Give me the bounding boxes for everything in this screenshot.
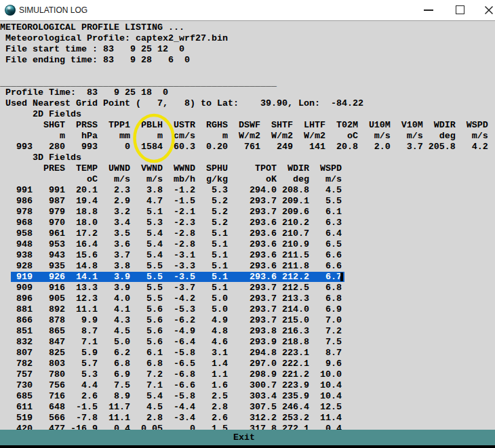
log-line: 986 987 19.4 2.9 4.7 -1.5 5.2 293.7 209.… xyxy=(0,196,488,207)
log-line: 993 280 993 0 1584 60.3 0.20 761 249 141… xyxy=(0,142,488,152)
exit-button[interactable]: Exit xyxy=(0,430,495,445)
maximize-button[interactable] xyxy=(450,0,473,20)
window-bottom-edge xyxy=(0,445,495,448)
title-bar: SIMULATION LOG xyxy=(0,0,495,21)
log-line: 730 756 4.4 7.5 7.1 -6.6 1.6 300.7 223.9… xyxy=(0,380,488,391)
log-line: 611 648 -1.5 11.7 4.5 -4.4 2.8 307.5 246… xyxy=(0,402,488,413)
log-line: 807 825 5.9 6.2 6.1 -5.8 3.1 294.8 223.1… xyxy=(0,348,488,359)
log-line: 3D Fields xyxy=(0,152,488,163)
minimize-icon xyxy=(424,9,433,11)
log-line xyxy=(0,66,488,77)
app-globe-icon xyxy=(5,5,16,16)
log-line: 2D Fields xyxy=(0,109,488,120)
text-caret xyxy=(340,272,343,281)
log-line: 909 916 13.3 3.9 5.5 -3.7 5.1 293.7 212.… xyxy=(0,283,488,293)
minimize-button[interactable] xyxy=(418,0,441,20)
log-line: oC m/s m/s mb/h g/kg oK deg m/s xyxy=(0,174,488,185)
log-line: 757 780 5.3 6.9 7.2 -6.8 1.1 298.9 221.2… xyxy=(0,369,488,380)
log-line: m hPa mm m cm/s m W/m2 W/m2 W/m2 oC m/s … xyxy=(0,131,488,142)
log-line: File start time : 83 9 25 12 0 xyxy=(0,44,488,55)
log-line: PRES TEMP UWND VWND WWND SPHU TPOT WDIR … xyxy=(0,163,488,174)
simulation-log-text[interactable]: METEOROLOGICAL PROFILE LISTING ... Meteo… xyxy=(0,22,488,434)
close-icon xyxy=(483,5,494,16)
log-line: 896 905 12.3 4.0 5.5 -4.2 5.0 293.7 213.… xyxy=(0,293,488,304)
window-title: SIMULATION LOG xyxy=(19,0,87,20)
log-line: 958 961 17.2 3.5 5.4 -2.8 5.1 293.6 210.… xyxy=(0,228,488,239)
close-button[interactable] xyxy=(478,0,495,20)
log-line: 685 716 2.6 8.9 5.4 -5.8 2.5 303.4 235.9… xyxy=(0,391,488,402)
log-line: 968 970 18.0 3.4 5.3 -2.3 5.2 293.6 210.… xyxy=(0,218,488,228)
log-line: 881 892 11.1 4.1 5.6 -5.3 5.0 293.7 214.… xyxy=(0,304,488,315)
log-line: 978 979 18.8 3.2 5.1 -2.1 5.2 293.7 209.… xyxy=(0,207,488,218)
log-line: File ending time: 83 9 28 6 0 xyxy=(0,55,488,66)
log-line: 519 566 -7.8 11.1 2.8 -3.4 2.6 312.2 253… xyxy=(0,413,488,424)
log-line: 938 943 15.6 3.7 5.4 -3.1 5.1 293.6 211.… xyxy=(0,250,488,261)
log-line: METEOROLOGICAL PROFILE LISTING ... xyxy=(0,22,488,33)
log-line: 928 935 14.8 3.8 5.5 -3.3 5.1 293.6 211.… xyxy=(0,261,488,272)
log-line: 948 953 16.4 3.6 5.4 -2.8 5.1 293.6 210.… xyxy=(0,239,488,250)
log-line: 851 865 8.7 4.5 5.6 -4.9 4.8 293.8 216.3… xyxy=(0,326,488,337)
log-line: Meteorological Profile: captex2_wrf27.bi… xyxy=(0,33,488,44)
log-line: 832 847 7.1 5.0 5.6 -6.4 4.6 293.9 218.8… xyxy=(0,337,488,348)
selected-log-line: 919 926 14.1 3.9 5.5 -3.5 5.1 293.6 212.… xyxy=(0,272,488,283)
log-line: SHGT PRSS TPP1 PBLH USTR RGHS DSWF SHTF … xyxy=(0,120,488,131)
log-line: Used Nearest Grid Point ( 7, 8) to Lat: … xyxy=(0,98,488,109)
selection-highlight xyxy=(11,272,344,282)
log-line: 782 803 5.7 6.8 6.8 -6.5 1.4 297.0 222.1… xyxy=(0,359,488,369)
log-line: Profile Time: 83 9 25 18 0 xyxy=(0,87,488,98)
log-line: 866 878 9.9 4.3 5.6 -6.2 4.9 293.7 215.0… xyxy=(0,315,488,326)
maximize-icon xyxy=(456,5,464,14)
log-line: 991 991 20.1 2.3 3.8 -1.2 5.3 294.0 208.… xyxy=(0,185,488,196)
exit-button-label: Exit xyxy=(233,432,255,443)
